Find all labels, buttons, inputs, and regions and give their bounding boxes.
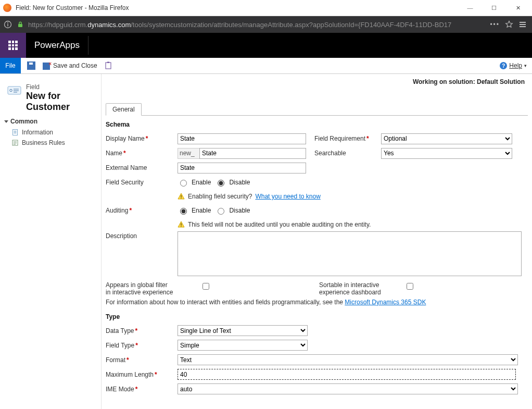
name-input[interactable] [199, 148, 306, 159]
format-select[interactable]: Text [178, 354, 518, 365]
field-type-select[interactable]: Simple [178, 340, 308, 351]
display-name-label: Display Name* [106, 135, 173, 142]
ime-mode-select[interactable]: auto [178, 383, 518, 394]
app-launcher[interactable] [0, 33, 26, 58]
searchable-label: Searchable [314, 150, 377, 157]
global-filter-checkbox[interactable] [202, 283, 209, 290]
data-type-select[interactable]: Single Line of Text [178, 325, 308, 336]
help-icon: ? [500, 62, 507, 69]
save-close-icon: × [43, 61, 51, 70]
rules-icon [11, 139, 19, 146]
ime-mode-label: IME Mode* [106, 386, 173, 393]
save-and-close-button[interactable]: × Save and Close [42, 58, 98, 73]
field-security-disable[interactable]: Disable [215, 178, 250, 187]
field-security-label: Field Security [106, 179, 173, 186]
maximize-button[interactable]: ☐ [482, 0, 506, 16]
field-requirement-select[interactable]: Optional [381, 133, 512, 144]
waffle-icon [8, 41, 18, 50]
svg-rect-7 [106, 63, 111, 69]
svg-rect-4 [520, 22, 526, 23]
description-label: Description [106, 231, 173, 240]
nav-section-common[interactable]: Common [4, 116, 97, 127]
window-title: Field: New for Customer - Mozilla Firefo… [15, 4, 458, 11]
svg-rect-5 [520, 24, 526, 25]
form-content: General Schema Display Name* Field Requi… [102, 74, 532, 409]
chevron-down-icon: ▾ [524, 63, 527, 68]
lock-icon [16, 20, 25, 29]
sdk-info-row: For information about how to interact wi… [106, 296, 528, 308]
svg-rect-13 [181, 195, 181, 197]
entity-type-label: Field [26, 83, 94, 91]
svg-rect-15 [181, 224, 181, 226]
info-icon[interactable] [3, 20, 12, 29]
searchable-select[interactable]: Yes [381, 148, 512, 159]
page-icon [11, 129, 19, 136]
working-solution: Working on solution: Default Solution [413, 78, 525, 85]
nav-item-information[interactable]: Information [4, 127, 97, 138]
header-divider [88, 36, 88, 55]
field-type-label: Field Type* [106, 342, 173, 349]
hamburger-icon[interactable] [518, 20, 527, 29]
save-button[interactable] [26, 58, 36, 73]
minimize-button[interactable]: — [458, 0, 482, 16]
warning-icon [178, 193, 185, 200]
global-filter-label: Appears in global filterin interactive e… [106, 281, 193, 296]
browser-urlbar: https://hdpguid.crm.dynamics.com/tools/s… [0, 16, 532, 33]
section-type-heading: Type [106, 313, 528, 320]
command-toolbar: File × Save and Close ? Help ▾ [0, 58, 532, 74]
svg-rect-3 [18, 24, 22, 27]
field-entity-icon [7, 85, 22, 96]
display-name-input[interactable] [178, 133, 306, 144]
options-button[interactable] [104, 58, 114, 73]
field-security-enable[interactable]: Enable [178, 178, 211, 187]
svg-rect-6 [520, 26, 526, 27]
field-security-info-link[interactable]: What you need to know [255, 193, 320, 200]
svg-rect-2 [7, 24, 8, 27]
auditing-disable[interactable]: Disable [215, 206, 250, 215]
help-link[interactable]: ? Help ▾ [500, 58, 532, 73]
name-prefix [178, 148, 199, 159]
svg-rect-16 [181, 226, 181, 226]
bookmark-icon[interactable] [505, 20, 513, 29]
auditing-enable[interactable]: Enable [178, 206, 211, 215]
svg-rect-8 [107, 62, 109, 64]
external-name-input[interactable] [178, 163, 306, 173]
auditing-label: Auditing* [106, 207, 173, 214]
name-label: Name* [106, 150, 173, 157]
page-title: New for Customer [26, 91, 94, 113]
external-name-label: External Name [106, 164, 173, 171]
window-titlebar: Field: New for Customer - Mozilla Firefo… [0, 0, 532, 16]
save-icon [27, 61, 35, 70]
tab-general[interactable]: General [106, 103, 142, 116]
format-label: Format* [106, 356, 173, 364]
app-header: PowerApps [0, 33, 532, 58]
nav-item-business-rules[interactable]: Business Rules [4, 138, 97, 148]
warning-icon [178, 221, 185, 228]
max-length-input[interactable] [178, 369, 516, 380]
data-type-label: Data Type* [106, 327, 173, 334]
more-icon[interactable]: ••• [490, 21, 500, 28]
close-button[interactable]: ✕ [506, 0, 530, 16]
file-menu[interactable]: File [0, 58, 21, 73]
field-requirement-label: Field Requirement* [314, 135, 377, 142]
left-pane: Field New for Customer Common Informatio… [0, 74, 102, 409]
options-icon [105, 61, 113, 70]
svg-rect-14 [181, 197, 181, 198]
url-field[interactable]: https://hdpguid.crm.dynamics.com/tools/s… [28, 21, 487, 29]
section-schema-heading: Schema [106, 121, 528, 128]
svg-point-1 [7, 22, 8, 23]
description-textarea[interactable] [178, 231, 522, 276]
sortable-checkbox[interactable] [407, 283, 413, 290]
sdk-link[interactable]: Microsoft Dynamics 365 SDK [345, 299, 426, 306]
sortable-label: Sortable in interactiveexperience dashbo… [319, 281, 397, 296]
max-length-label: Maximum Length* [106, 371, 173, 378]
app-title: PowerApps [26, 33, 88, 58]
firefox-icon [3, 4, 11, 12]
